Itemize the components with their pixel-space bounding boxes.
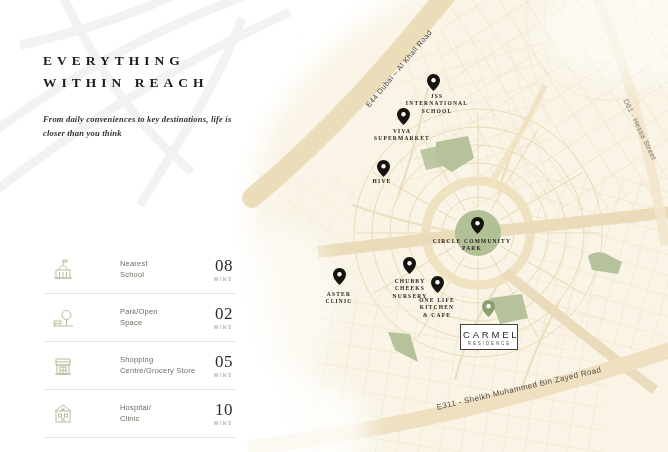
map-pin-jss-school-icon xyxy=(427,74,440,91)
amenity-label: Park/Open Space xyxy=(120,307,214,329)
residence-subtitle: RESIDENCE xyxy=(461,341,517,346)
poi-label-circle-community-park: CIRCLE COMMUNITY PARK xyxy=(433,238,511,253)
shopping-icon xyxy=(50,353,76,379)
list-item-shopping: Shopping Centre/Grocery Store 05 MINS xyxy=(45,342,235,390)
map-pin-carmel-residence-icon xyxy=(482,300,495,317)
school-icon xyxy=(50,257,76,283)
list-item-school: Nearest School 08 MINS xyxy=(45,246,235,294)
list-item-park: Park/Open Space 02 MINS xyxy=(45,294,235,342)
poi-label-hive: HIVE xyxy=(373,178,392,185)
map-pin-chubby-cheeks-nursery-icon xyxy=(403,257,416,274)
residence-name: CARMEL xyxy=(461,329,517,340)
map-pin-one-life-kitchen-icon xyxy=(431,276,444,293)
poi-label-viva-supermarket: VIVA SUPERMARKET xyxy=(374,128,430,143)
amenity-label: Nearest School xyxy=(120,259,214,281)
amenity-label: Shopping Centre/Grocery Store xyxy=(120,355,214,377)
map-pin-circle-community-park-icon xyxy=(471,217,484,234)
amenity-time: 05 MINS xyxy=(214,353,235,378)
amenity-label: Hospital/ Clinic xyxy=(120,403,214,425)
poi-label-one-life-kitchen: ONE LIFE KITCHEN & CAFE xyxy=(419,297,455,319)
amenity-time: 02 MINS xyxy=(214,305,235,330)
brochure-page: EVERYTHING WITHIN REACH From daily conve… xyxy=(0,0,668,452)
amenity-time: 10 MINS xyxy=(214,401,235,426)
poi-label-aster-clinic: ASTER CLINIC xyxy=(325,291,352,306)
list-item-metro: Metro Bus Stop 03 MINS xyxy=(45,438,235,452)
hospital-icon xyxy=(50,401,76,427)
poi-label-jss-school: JSS INTERNATIONAL SCHOOL xyxy=(406,93,468,115)
page-subtitle: From daily conveniences to key destinati… xyxy=(43,113,268,140)
page-title: EVERYTHING WITHIN REACH xyxy=(43,50,268,93)
map-pin-aster-clinic-icon xyxy=(333,268,346,285)
map-pin-viva-supermarket-icon xyxy=(397,108,410,125)
amenity-time: 08 MINS xyxy=(214,257,235,282)
residence-badge: CARMEL RESIDENCE xyxy=(460,324,518,350)
map-pin-hive-icon xyxy=(377,160,390,177)
list-item-hospital: Hospital/ Clinic 10 MINS xyxy=(45,390,235,438)
amenities-list: Nearest School 08 MINS Park/Open Space 0… xyxy=(45,246,235,452)
metro-icon xyxy=(50,449,76,452)
intro-panel: EVERYTHING WITHIN REACH From daily conve… xyxy=(43,50,268,140)
park-icon xyxy=(50,305,76,331)
